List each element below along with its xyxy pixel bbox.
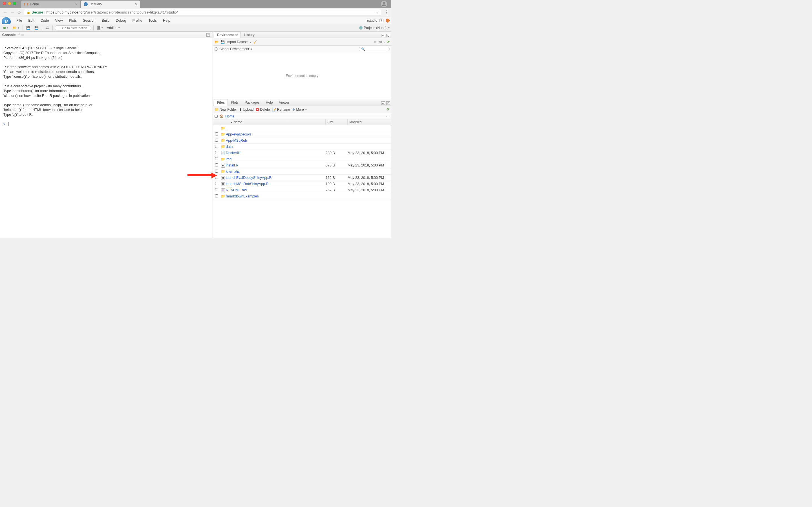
- clear-workspace-icon[interactable]: 🧹: [253, 40, 257, 44]
- browser-tab-home[interactable]: Home ×: [21, 1, 80, 8]
- window-minimize-icon[interactable]: [8, 2, 11, 5]
- file-checkbox[interactable]: [215, 163, 218, 166]
- menu-tools[interactable]: Tools: [146, 18, 160, 23]
- minimize-pane-icon[interactable]: ▭: [381, 34, 385, 37]
- window-close-icon[interactable]: [3, 2, 6, 5]
- file-row[interactable]: 📁img: [213, 156, 391, 162]
- menu-debug[interactable]: Debug: [113, 18, 129, 23]
- file-row[interactable]: 📄Dockerfile280 BMay 23, 2018, 5:00 PM: [213, 150, 391, 156]
- maximize-pane-icon[interactable]: ◻: [386, 34, 390, 37]
- file-name[interactable]: data: [226, 145, 326, 149]
- console-output[interactable]: R version 3.4.1 (2017-06-30) -- "Single …: [0, 38, 213, 238]
- file-name[interactable]: launchEvalDecoyShinyApp.R: [226, 176, 326, 180]
- file-row[interactable]: 📁..: [213, 125, 391, 131]
- tab-help[interactable]: Help: [263, 99, 276, 106]
- user-avatar-icon[interactable]: [381, 1, 387, 7]
- new-file-button[interactable]: ⊕▾: [2, 25, 10, 31]
- delete-button[interactable]: ×Delete: [256, 108, 270, 112]
- file-name[interactable]: Dockerfile: [226, 151, 326, 155]
- file-name[interactable]: App-evalDecoys: [226, 132, 326, 136]
- file-row[interactable]: Rinstall.R378 BMay 23, 2018, 5:00 PM: [213, 162, 391, 168]
- url-input[interactable]: 🔒 Secure | https://hub.mybinder.org/user…: [24, 9, 381, 16]
- tab-environment[interactable]: Environment: [214, 32, 241, 38]
- menu-edit[interactable]: Edit: [26, 18, 37, 23]
- window-zoom-icon[interactable]: [13, 2, 16, 5]
- popup-arrow-icon[interactable]: ⇨: [21, 33, 24, 37]
- tab-packages[interactable]: Packages: [242, 99, 263, 106]
- file-checkbox[interactable]: [215, 132, 218, 135]
- menu-profile[interactable]: Profile: [130, 18, 145, 23]
- col-name-header[interactable]: ▲Name: [220, 119, 326, 125]
- menu-help[interactable]: Help: [160, 18, 173, 23]
- browser-tab-rstudio[interactable]: RStudio ×: [81, 1, 140, 8]
- file-row[interactable]: 📁App-MSqRob: [213, 137, 391, 144]
- goto-file-input[interactable]: → Go to file/function: [55, 25, 91, 31]
- refresh-icon[interactable]: ⟳: [387, 40, 390, 44]
- import-dataset-button[interactable]: Import Dataset ▾: [226, 40, 252, 44]
- file-name[interactable]: kitematic: [226, 170, 326, 173]
- tab-files[interactable]: Files: [214, 99, 228, 106]
- file-row[interactable]: 📁data: [213, 144, 391, 150]
- home-icon[interactable]: 🏠: [219, 114, 223, 118]
- save-all-button[interactable]: 💾: [33, 25, 40, 31]
- path-more-icon[interactable]: ⋯: [386, 114, 390, 118]
- back-icon[interactable]: ←: [3, 10, 7, 15]
- print-button[interactable]: 🖨: [44, 25, 50, 31]
- signout-icon[interactable]: ⎘: [379, 18, 384, 22]
- menu-session[interactable]: Session: [80, 18, 98, 23]
- menu-code[interactable]: Code: [38, 18, 52, 23]
- rename-button[interactable]: 📝Rename: [272, 108, 290, 112]
- file-name[interactable]: rmarkdownExamples: [226, 194, 326, 198]
- maximize-pane-icon[interactable]: ◻: [386, 101, 390, 105]
- select-all-checkbox[interactable]: [214, 115, 218, 118]
- tab-viewer[interactable]: Viewer: [276, 99, 292, 106]
- file-name[interactable]: ..: [226, 126, 326, 130]
- file-checkbox[interactable]: [215, 151, 218, 154]
- env-search-input[interactable]: [359, 47, 390, 51]
- workspace-panes-button[interactable]: ▾: [96, 25, 104, 30]
- new-folder-button[interactable]: 📁New Folder: [214, 108, 237, 112]
- browser-menu-icon[interactable]: ⋮: [384, 10, 389, 15]
- file-name[interactable]: install.R: [226, 163, 326, 167]
- file-row[interactable]: MREADME.md757 BMay 23, 2018, 5:00 PM: [213, 187, 391, 193]
- file-name[interactable]: launchMSqRobShinyApp.R: [226, 182, 326, 186]
- file-name[interactable]: App-MSqRob: [226, 138, 326, 143]
- file-checkbox[interactable]: [215, 138, 218, 142]
- files-refresh-icon[interactable]: ⟳: [387, 107, 390, 112]
- file-checkbox[interactable]: [215, 182, 218, 185]
- close-icon[interactable]: ×: [75, 2, 78, 6]
- project-label[interactable]: Project: (None): [364, 26, 387, 30]
- upload-button[interactable]: ⬆Upload: [239, 108, 253, 112]
- file-row[interactable]: 📁rmarkdownExamples: [213, 193, 391, 200]
- file-checkbox[interactable]: [215, 176, 218, 179]
- tab-plots[interactable]: Plots: [228, 99, 242, 106]
- more-button[interactable]: ⚙More▾: [292, 108, 306, 112]
- close-icon[interactable]: ×: [135, 2, 137, 6]
- file-name[interactable]: README.md: [226, 188, 326, 192]
- tab-history[interactable]: History: [241, 32, 257, 38]
- menu-view[interactable]: View: [52, 18, 66, 23]
- menu-plots[interactable]: Plots: [66, 18, 80, 23]
- col-modified-header[interactable]: Modified: [348, 119, 391, 125]
- menu-build[interactable]: Build: [99, 18, 112, 23]
- file-checkbox[interactable]: [215, 157, 218, 160]
- menu-file[interactable]: File: [13, 18, 25, 23]
- minimize-pane-icon[interactable]: ▭: [381, 101, 385, 105]
- maximize-pane-icon[interactable]: ◻: [206, 33, 210, 37]
- file-row[interactable]: RlaunchEvalDecoyShinyApp.R162 BMay 23, 2…: [213, 175, 391, 181]
- file-row[interactable]: 📁App-evalDecoys: [213, 131, 391, 137]
- env-scope-button[interactable]: Global Environment: [219, 47, 249, 51]
- addins-button[interactable]: Addins▾: [105, 25, 121, 31]
- session-quit-icon[interactable]: [386, 18, 390, 22]
- file-checkbox[interactable]: [215, 145, 218, 148]
- file-row[interactable]: RlaunchMSqRobShinyApp.R199 BMay 23, 2018…: [213, 181, 391, 187]
- file-checkbox[interactable]: [215, 188, 218, 191]
- load-workspace-icon[interactable]: 📂: [214, 40, 219, 44]
- open-project-button[interactable]: 📂▾: [11, 25, 20, 31]
- bookmark-star-icon[interactable]: ☆: [375, 10, 378, 14]
- file-name[interactable]: img: [226, 157, 326, 161]
- forward-icon[interactable]: →: [10, 10, 15, 15]
- file-row[interactable]: 📁kitematic: [213, 168, 391, 175]
- file-checkbox[interactable]: [215, 170, 218, 173]
- file-checkbox[interactable]: [215, 194, 218, 198]
